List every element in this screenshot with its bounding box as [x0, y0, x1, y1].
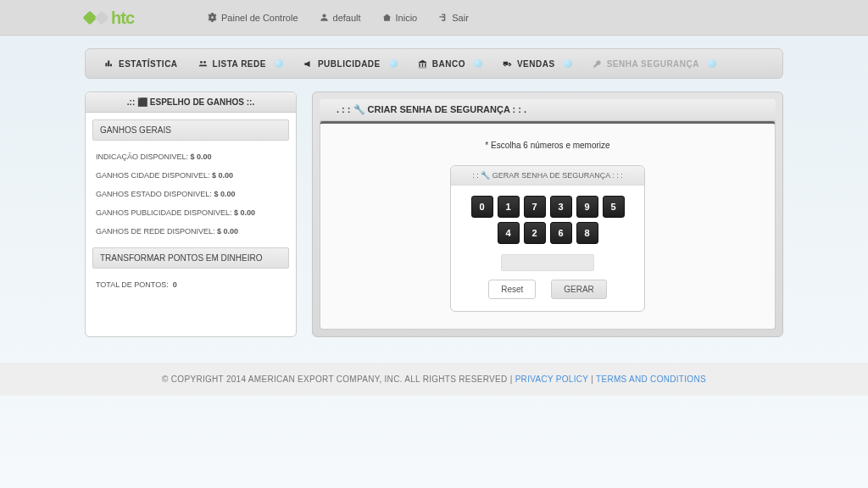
- footer-terms-link[interactable]: TERMS AND CONDITIONS: [596, 374, 706, 384]
- logo: htc: [85, 7, 134, 29]
- nav-vendas[interactable]: VENDAS: [492, 59, 582, 69]
- footer-copyright: © COPYRIGHT 2014 AMERICAN EXPORT COMPANY…: [162, 374, 507, 384]
- logout-icon: [438, 13, 448, 22]
- transformar-button[interactable]: TRANSFORMAR PONTOS EM DINHEIRO: [92, 247, 289, 269]
- password-display: [501, 254, 594, 271]
- key-6[interactable]: 4: [498, 222, 520, 244]
- menu-sair-label: Sair: [452, 13, 469, 23]
- key-2[interactable]: 7: [524, 196, 546, 218]
- menu-painel[interactable]: Painel de Controle: [208, 13, 298, 23]
- key-1[interactable]: 1: [498, 196, 520, 218]
- footer: © COPYRIGHT 2014 AMERICAN EXPORT COMPANY…: [0, 363, 868, 396]
- row-indicacao: INDICAÇÃO DISPONIVEL: $ 0.00: [86, 147, 296, 166]
- row-cidade: GANHOS CIDADE DISPONIVEL: $ 0.00: [86, 166, 296, 185]
- svg-point-1: [203, 61, 206, 64]
- panel-espelho-ganhos: .:: ⬛ ESPELHO DE GANHOS ::. GANHOS GERAI…: [85, 92, 297, 337]
- ganhos-gerais-button[interactable]: GANHOS GERAIS: [92, 119, 289, 141]
- nav-senha[interactable]: SENHA SEGURANÇA: [582, 59, 726, 69]
- instruction-text: * Escolha 6 números e memorize: [337, 141, 758, 150]
- nav-publicidade[interactable]: PUBLICIDADE: [293, 59, 408, 69]
- gear-icon: [208, 13, 217, 22]
- home-icon: [382, 13, 392, 22]
- users-icon: [198, 59, 208, 69]
- key-3[interactable]: 3: [550, 196, 572, 218]
- row-estado: GANHOS ESTADO DISPONIVEL: $ 0.00: [86, 185, 296, 203]
- key-9[interactable]: 8: [576, 222, 598, 244]
- key-0[interactable]: 0: [471, 196, 493, 218]
- row-rede: GANHOS DE REDE DISPONIVEL: $ 0.00: [86, 222, 296, 241]
- gerar-button[interactable]: GERAR: [551, 280, 607, 299]
- dot-icon: [275, 59, 283, 68]
- menu-sair[interactable]: Sair: [438, 13, 469, 23]
- topbar: htc Painel de Controle default Inicio Sa…: [0, 0, 868, 36]
- panel-right-title: . : : 🔧 CRIAR SENHA DE SEGURANÇA : : .: [320, 99, 776, 121]
- key-5[interactable]: 5: [603, 196, 625, 218]
- menu-inicio-label: Inicio: [396, 13, 418, 23]
- panel-left-title: .:: ⬛ ESPELHO DE GANHOS ::.: [86, 92, 296, 113]
- menu-inicio[interactable]: Inicio: [382, 13, 418, 23]
- megaphone-icon: [303, 59, 313, 69]
- menu-user[interactable]: default: [320, 13, 361, 23]
- navbar: ESTATÍSTICA LISTA REDE PUBLICIDADE BANCO…: [85, 48, 783, 79]
- key-icon: [593, 59, 602, 69]
- dot-icon: [708, 59, 716, 68]
- dot-icon: [564, 59, 572, 68]
- menu-user-label: default: [333, 13, 361, 23]
- key-4[interactable]: 9: [576, 196, 598, 218]
- row-publicidade: GANHOS PUBLICIDADE DISPONIVEL: $ 0.00: [86, 203, 296, 222]
- footer-privacy-link[interactable]: PRIVACY POLICY: [515, 374, 588, 384]
- chart-icon: [104, 59, 114, 69]
- keypad-title: : : 🔧 GERAR SENHA DE SEGURANÇA : : :: [451, 166, 644, 186]
- panel-criar-senha: . : : 🔧 CRIAR SENHA DE SEGURANÇA : : . *…: [312, 92, 783, 337]
- key-7[interactable]: 2: [524, 222, 546, 244]
- logo-text: htc: [111, 8, 134, 28]
- keypad-grid: 0 1 7 3 9 5 4 2 6 8: [451, 186, 644, 251]
- row-total: TOTAL DE PONTOS: 0: [86, 275, 296, 294]
- menu-painel-label: Painel de Controle: [221, 13, 298, 23]
- bank-icon: [418, 59, 427, 69]
- nav-banco[interactable]: BANCO: [408, 59, 492, 69]
- reset-button[interactable]: Reset: [488, 280, 536, 299]
- key-8[interactable]: 6: [550, 222, 572, 244]
- truck-icon: [503, 59, 512, 69]
- nav-estatistica[interactable]: ESTATÍSTICA: [94, 59, 188, 69]
- user-icon: [320, 13, 329, 22]
- keypad-box: : : 🔧 GERAR SENHA DE SEGURANÇA : : : 0 1…: [450, 165, 645, 312]
- dot-icon: [389, 59, 398, 68]
- svg-point-0: [200, 61, 203, 64]
- nav-lista-rede[interactable]: LISTA REDE: [188, 59, 293, 69]
- dot-icon: [474, 59, 482, 68]
- logo-icon: [85, 7, 107, 29]
